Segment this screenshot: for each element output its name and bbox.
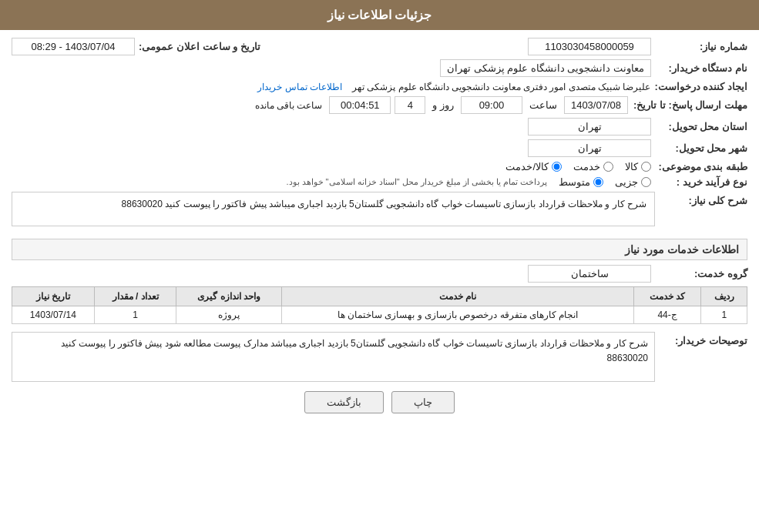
mande-label: ساعت باقی مانده <box>255 100 323 111</box>
radio-kala-khedmat-label: کالا/خدمت <box>505 161 549 172</box>
mohlat-mande: 00:04:51 <box>329 96 391 114</box>
khadamat-title: اطلاعات خدمات مورد نیاز <box>12 239 747 260</box>
radio-khedmat[interactable]: خدمت <box>573 161 613 172</box>
cell-tarikh: 1403/07/14 <box>12 306 95 324</box>
row-sharh: شرح کلی نیاز: شرح کار و ملاحظات قرارداد … <box>12 192 747 233</box>
col-kod: کد خدمت <box>633 287 701 306</box>
row-ostan: استان محل تحویل: تهران <box>12 118 747 136</box>
page-wrapper: جزئیات اطلاعات نیاز شماره نیاز: 11030304… <box>0 0 759 532</box>
radio-kala[interactable]: کالا <box>625 161 651 172</box>
shomara-value: 1103030458000059 <box>528 38 651 55</box>
tabaqe-radios: کالا خدمت کالا/خدمت <box>505 161 651 172</box>
dastgah-value: معاونت دانشجویی دانشگاه علوم پزشکی تهران <box>440 59 651 77</box>
tosifat-label: توصیحات خریدار: <box>655 332 747 346</box>
radio-motavaset[interactable]: متوسط <box>559 176 603 188</box>
mohlat-roz: 4 <box>395 96 425 114</box>
print-button[interactable]: چاپ <box>391 391 455 413</box>
tabaqe-label: طبقه بندی موضوعی: <box>655 161 747 172</box>
ejad-label: ایجاد کننده درخواست: <box>654 81 747 92</box>
navae-label: نوع فرآیند خرید : <box>655 176 747 188</box>
radio-motavaset-label: متوسط <box>559 176 590 188</box>
ejad-value: علیرضا شبیک متصدی امور دفتری معاونت دانش… <box>352 82 650 92</box>
cell-tedad: 1 <box>94 306 176 324</box>
col-tarikh: تاریخ نیاز <box>12 287 95 306</box>
page-header: جزئیات اطلاعات نیاز <box>0 0 759 30</box>
cell-nam: انجام کارهای متفرقه درخصوص بازسازی و بهس… <box>282 306 634 324</box>
radio-kala-label: کالا <box>625 161 638 172</box>
row-tosifat: توصیحات خریدار: شرح کار و ملاحظات قراردا… <box>12 332 747 382</box>
services-table: ردیف کد خدمت نام خدمت واحد اندازه گیری ت… <box>12 286 747 324</box>
navae-desc: پرداخت تمام یا بخشی از مبلغ خریدار محل "… <box>286 177 547 187</box>
sharh-value: شرح کار و ملاحظات قرارداد بازسازی تاسیسا… <box>12 192 655 226</box>
radio-jezii-label: جزیی <box>615 176 638 188</box>
col-vahed: واحد اندازه گیری <box>176 287 282 306</box>
services-table-section: ردیف کد خدمت نام خدمت واحد اندازه گیری ت… <box>12 286 747 324</box>
shahr-label: شهر محل تحویل: <box>655 142 747 154</box>
cell-kod: ج-44 <box>633 306 701 324</box>
row-shahr: شهر محل تحویل: تهران <box>12 139 747 157</box>
shomara-label: شماره نیاز: <box>655 41 747 52</box>
date-label: تاریخ و ساعت اعلان عمومی: <box>139 41 260 52</box>
radio-jezii-input[interactable] <box>641 177 651 187</box>
dastgah-label: نام دستگاه خریدار: <box>655 62 747 74</box>
shahr-value: تهران <box>528 139 651 157</box>
ostan-label: استان محل تحویل: <box>655 121 747 132</box>
table-row: 1ج-44انجام کارهای متفرقه درخصوص بازسازی … <box>12 306 747 324</box>
gorohe-label: گروه خدمت: <box>655 268 747 279</box>
col-tedad: تعداد / مقدار <box>94 287 176 306</box>
radio-jezii[interactable]: جزیی <box>615 176 651 188</box>
row-mohlat: مهلت ارسال پاسخ: تا تاریخ: 1403/07/08 سا… <box>12 96 747 114</box>
ostan-value: تهران <box>528 118 651 136</box>
row-ejad: ایجاد کننده درخواست: علیرضا شبیک متصدی ا… <box>12 81 747 92</box>
mohlat-saaat: 09:00 <box>461 96 522 114</box>
radio-kala-khedmat-input[interactable] <box>552 162 562 172</box>
radio-khedmat-input[interactable] <box>603 162 613 172</box>
col-nam: نام خدمت <box>282 287 634 306</box>
saaat-label: ساعت <box>529 99 557 111</box>
cell-vahed: پروژه <box>176 306 282 324</box>
gorohe-value: ساختمان <box>528 265 651 283</box>
col-radif: ردیف <box>701 287 747 306</box>
radio-kala-khedmat[interactable]: کالا/خدمت <box>505 161 562 172</box>
navae-radios: جزیی متوسط پرداخت تمام یا بخشی از مبلغ خ… <box>286 176 651 188</box>
button-row: چاپ بازگشت <box>12 391 747 413</box>
row-tabaqe: طبقه بندی موضوعی: کالا خدمت کالا/خدمت <box>12 161 747 172</box>
radio-khedmat-label: خدمت <box>573 161 600 172</box>
ejad-link[interactable]: اطلاعات تماس خریدار <box>257 82 342 92</box>
tosifat-value: شرح کار و ملاحظات قرارداد بازسازی تاسیسا… <box>12 332 655 382</box>
row-shomara: شماره نیاز: 1103030458000059 تاریخ و ساع… <box>12 38 747 55</box>
page-title: جزئیات اطلاعات نیاز <box>327 8 432 22</box>
radio-motavaset-input[interactable] <box>593 177 603 187</box>
roz-label: روز و <box>432 99 454 111</box>
radio-kala-input[interactable] <box>641 162 651 172</box>
row-dastgah: نام دستگاه خریدار: معاونت دانشجویی دانشگ… <box>12 59 747 77</box>
date-value: 1403/07/04 - 08:29 <box>12 38 135 55</box>
row-gorohe: گروه خدمت: ساختمان <box>12 265 747 283</box>
mohlat-date: 1403/07/08 <box>564 96 628 114</box>
back-button[interactable]: بازگشت <box>304 391 384 413</box>
mohlat-label: مهلت ارسال پاسخ: تا تاریخ: <box>632 99 747 111</box>
row-navae: نوع فرآیند خرید : جزیی متوسط پرداخت تمام… <box>12 176 747 188</box>
sharh-label: شرح کلی نیاز: <box>655 192 747 206</box>
content-area: شماره نیاز: 1103030458000059 تاریخ و ساع… <box>0 30 759 429</box>
cell-radif: 1 <box>701 306 747 324</box>
